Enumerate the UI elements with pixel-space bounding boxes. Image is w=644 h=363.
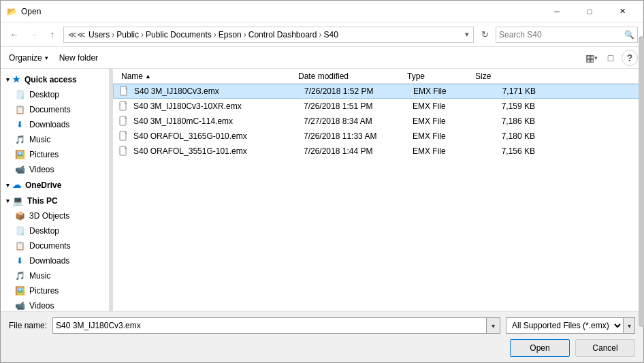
sidebar-item-label: Videos (29, 165, 54, 174)
open-button[interactable]: Open (510, 339, 570, 357)
videos2-icon: 📹 (14, 300, 25, 311)
cancel-button[interactable]: Cancel (575, 339, 635, 357)
sidebar-item-label: Desktop (29, 226, 59, 236)
file-name: S40 ORAFOL_3551G-101.emx (133, 146, 304, 156)
sidebar-item-videos2[interactable]: 📹 Videos (1, 298, 109, 311)
sidebar-item-3dobjects[interactable]: 📦 3D Objects (1, 208, 109, 223)
up-button[interactable]: ↑ (44, 27, 61, 43)
column-header-size[interactable]: Size (472, 70, 527, 82)
filename-row: File name: ▾ All Supported Files (*.emx)… (9, 317, 635, 334)
sort-asc-icon: ▲ (145, 73, 151, 80)
preview-pane-button[interactable]: □ (602, 50, 619, 66)
sidebar-item-music[interactable]: 🎵 Music (1, 132, 109, 147)
table-row[interactable]: S40 ORAFOL_3551G-101.emx 7/26/2018 1:44 … (113, 144, 643, 159)
breadcrumb-arrow: ≪≪ (68, 30, 86, 40)
sidebar-item-documents2[interactable]: 📋 Documents (1, 238, 109, 253)
back-button[interactable]: ← (6, 27, 22, 43)
breadcrumb-item[interactable]: Users (88, 30, 110, 40)
breadcrumb-item[interactable]: Public Documents (146, 30, 212, 40)
table-row[interactable]: S40 ORAFOL_3165G-010.emx 7/26/2018 11:33… (113, 129, 643, 144)
search-box: 🔍 (496, 27, 638, 43)
table-row[interactable]: S40 3M_IJ180Cv3-10XR.emx 7/26/2018 1:51 … (113, 99, 643, 114)
file-name: S40 3M_IJ180Cv3.emx (134, 86, 304, 96)
column-header-name[interactable]: Name ▲ (118, 70, 295, 82)
sidebar-item-music2[interactable]: 🎵 Music (1, 268, 109, 283)
main-area: ▾ ★ Quick access 🗒️ Desktop 📋 Documents … (1, 69, 643, 311)
table-row[interactable]: S40 3M_IJ180mC-114.emx 7/27/2018 8:34 AM… (113, 114, 643, 129)
this-pc-collapse-icon: ▾ (6, 198, 10, 204)
breadcrumb-item[interactable]: Public (116, 30, 139, 40)
downloads2-icon: ⬇ (14, 255, 25, 266)
file-icon (118, 116, 129, 127)
file-type: EMX File (413, 116, 481, 126)
sidebar-item-label: Pictures (29, 286, 59, 296)
view-options-button[interactable]: ▦ ▾ (583, 50, 600, 66)
sidebar-item-desktop[interactable]: 🗒️ Desktop (1, 87, 109, 102)
filename-label: File name: (9, 321, 47, 330)
file-name: S40 3M_IJ180mC-114.emx (133, 116, 304, 126)
forward-button[interactable]: → (25, 27, 42, 43)
downloads-icon: ⬇ (14, 119, 25, 130)
pictures2-icon: 🖼️ (14, 285, 25, 296)
sidebar-item-label: Desktop (29, 90, 59, 99)
view-dropdown-icon: ▾ (594, 54, 598, 61)
quick-access-header[interactable]: ▾ ★ Quick access (1, 72, 109, 87)
organize-button[interactable]: Organize ▾ (6, 52, 51, 64)
this-pc-header[interactable]: ▾ 💻 This PC (1, 193, 109, 208)
quick-access-label: Quick access (25, 75, 77, 84)
pane-icon: □ (608, 52, 613, 63)
help-button[interactable]: ? (622, 50, 638, 66)
file-icon (118, 131, 129, 142)
onedrive-header[interactable]: ▾ ☁ OneDrive (1, 177, 109, 193)
close-button[interactable]: ✕ (607, 3, 638, 20)
file-date: 7/27/2018 8:34 AM (304, 116, 413, 126)
file-date: 7/26/2018 1:51 PM (304, 101, 413, 111)
this-pc-label: This PC (27, 196, 58, 206)
filename-input[interactable] (52, 317, 487, 334)
file-date: 7/26/2018 1:44 PM (304, 146, 413, 156)
desktop2-icon: 🗒️ (14, 225, 25, 236)
filename-input-wrap: ▾ (52, 317, 500, 334)
column-header-date[interactable]: Date modified (295, 70, 404, 82)
sidebar-item-downloads2[interactable]: ⬇ Downloads (1, 253, 109, 268)
refresh-button[interactable]: ↻ (477, 27, 493, 43)
new-folder-button[interactable]: New folder (57, 52, 101, 64)
filename-dropdown-button[interactable]: ▾ (487, 317, 500, 334)
documents2-icon: 📋 (14, 240, 25, 251)
file-list: S40 3M_IJ180Cv3.emx 7/26/2018 1:52 PM EM… (113, 84, 643, 311)
breadcrumb-item[interactable]: Control Dashboard (248, 30, 317, 40)
file-icon (119, 86, 130, 97)
action-row: Open Cancel (9, 339, 635, 357)
sidebar-item-desktop2[interactable]: 🗒️ Desktop (1, 223, 109, 238)
filetype-dropdown-button[interactable]: ▾ (624, 317, 635, 334)
maximize-button[interactable]: □ (574, 3, 605, 20)
minimize-button[interactable]: ─ (541, 3, 573, 20)
search-input[interactable] (499, 30, 624, 40)
table-row[interactable]: S40 3M_IJ180Cv3.emx 7/26/2018 1:52 PM EM… (113, 84, 643, 99)
quick-access-star-icon: ★ (12, 74, 20, 84)
file-name: S40 ORAFOL_3165G-010.emx (133, 131, 304, 141)
videos-icon: 📹 (14, 164, 25, 175)
file-date: 7/26/2018 1:52 PM (304, 86, 413, 96)
file-size: 7,156 KB (481, 146, 535, 156)
pictures-icon: 🖼️ (14, 149, 25, 160)
search-icon: 🔍 (624, 30, 634, 40)
column-header-type[interactable]: Type (404, 70, 472, 82)
nav-toolbar: ← → ↑ ≪≪ Users › Public › Public Documen… (1, 22, 643, 47)
breadcrumb[interactable]: ≪≪ Users › Public › Public Documents › E… (63, 27, 474, 43)
filetype-select[interactable]: All Supported Files (*.emx)All Files (*.… (506, 317, 624, 334)
sidebar-item-label: Pictures (29, 150, 59, 159)
sidebar-item-pictures2[interactable]: 🖼️ Pictures (1, 283, 109, 298)
file-type: EMX File (413, 86, 481, 96)
sidebar-item-label: Downloads (29, 256, 69, 266)
bottom-bar: File name: ▾ All Supported Files (*.emx)… (1, 311, 643, 362)
sidebar-item-videos[interactable]: 📹 Videos (1, 162, 109, 177)
sidebar-item-pictures[interactable]: 🖼️ Pictures (1, 147, 109, 162)
sidebar-item-downloads[interactable]: ⬇ Downloads (1, 117, 109, 132)
breadcrumb-item[interactable]: S40 (324, 30, 338, 40)
file-size: 7,159 KB (481, 101, 535, 111)
file-size: 7,171 KB (481, 86, 536, 96)
sidebar-item-documents[interactable]: 📋 Documents (1, 102, 109, 117)
file-icon (118, 101, 129, 112)
breadcrumb-item[interactable]: Epson (219, 30, 242, 40)
